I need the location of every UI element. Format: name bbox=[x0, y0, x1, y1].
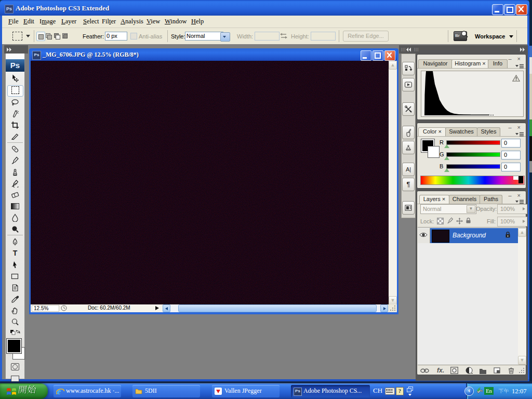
svg-text:e: e bbox=[57, 387, 61, 396]
